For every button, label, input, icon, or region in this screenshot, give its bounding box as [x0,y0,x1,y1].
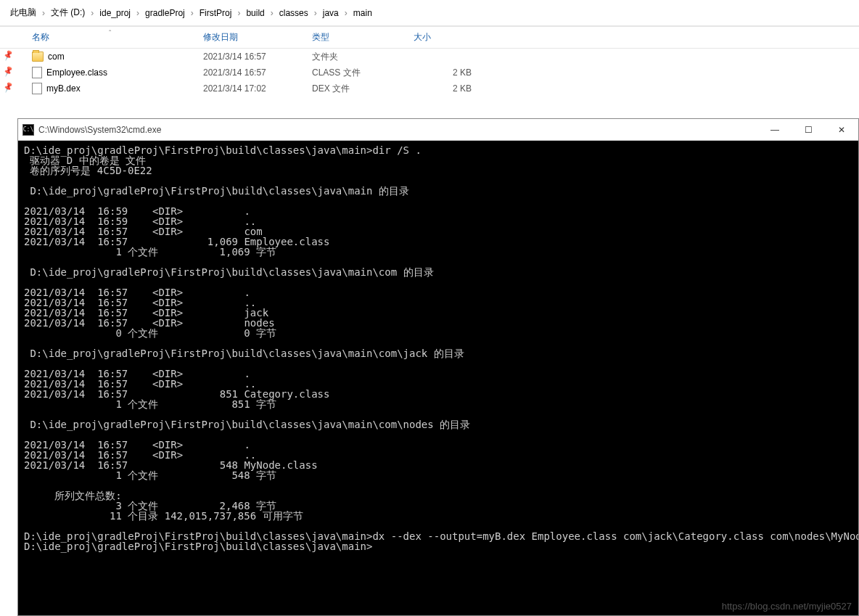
minimize-button[interactable]: — [758,119,792,141]
breadcrumb[interactable]: 此电脑› 文件 (D:)› ide_proj› gradleProj› Firs… [0,0,859,26]
file-name: myB.dex [46,83,81,94]
file-date: 2021/3/14 16:57 [203,52,312,62]
breadcrumb-item[interactable]: build [246,8,264,18]
file-name-cell: com [0,52,203,62]
file-icon [32,67,42,78]
watermark: https://blog.csdn.net/myjie0527 [722,601,852,612]
chevron-right-icon: › [345,8,348,18]
pin-icon[interactable]: 📌 [1,65,12,76]
file-row[interactable]: com 2021/3/14 16:57 文件夹 [0,49,859,65]
breadcrumb-item[interactable]: FirstProj [200,8,232,18]
cmd-text: D:\ide_proj\gradleProj\FirstProj\build\c… [24,145,852,551]
column-size[interactable]: 大小 [414,31,501,44]
chevron-right-icon: › [271,8,274,18]
breadcrumb-item[interactable]: gradleProj [145,8,185,18]
file-type: CLASS 文件 [312,67,414,79]
file-name: Employee.class [46,67,107,78]
file-icon [32,83,42,94]
file-row[interactable]: myB.dex 2021/3/14 17:02 DEX 文件 2 KB [0,81,859,96]
pin-icon[interactable]: 📌 [1,81,12,92]
chevron-right-icon: › [237,8,240,18]
cmd-title: C:\Windows\System32\cmd.exe [38,125,161,135]
maximize-button[interactable]: ☐ [792,119,825,141]
chevron-right-icon: › [136,8,139,18]
file-size: 2 KB [414,67,501,78]
breadcrumb-item[interactable]: 此电脑 [10,7,36,19]
column-name[interactable]: 名称 ˆ [0,31,203,44]
cmd-icon: C:\ [22,124,34,136]
file-date: 2021/3/14 16:57 [203,67,312,78]
file-list: 名称 ˆ 修改日期 类型 大小 com 2021/3/14 16:57 文件夹 … [0,26,859,96]
breadcrumb-item[interactable]: java [323,8,339,18]
close-button[interactable]: ✕ [825,119,858,141]
chevron-right-icon: › [42,8,45,18]
file-name: com [48,52,65,62]
column-type[interactable]: 类型 [312,31,414,44]
chevron-right-icon: › [314,8,317,18]
pin-icon[interactable]: 📌 [1,49,12,60]
cmd-output[interactable]: D:\ide_proj\gradleProj\FirstProj\build\c… [18,141,858,615]
breadcrumb-item[interactable]: 文件 (D:) [51,7,85,19]
file-date: 2021/3/14 17:02 [203,83,312,94]
folder-icon [32,52,44,62]
column-date[interactable]: 修改日期 [203,31,312,44]
quick-access-pins: 📌 📌 📌 [0,44,17,99]
chevron-right-icon: › [191,8,194,18]
breadcrumb-item[interactable]: classes [279,8,308,18]
sort-asc-icon: ˆ [109,30,111,38]
file-list-header: 名称 ˆ 修改日期 类型 大小 [0,27,859,49]
file-row[interactable]: Employee.class 2021/3/14 16:57 CLASS 文件 … [0,65,859,81]
file-name-cell: myB.dex [0,83,203,94]
file-size: 2 KB [414,83,501,94]
cmd-window: C:\ C:\Windows\System32\cmd.exe — ☐ ✕ D:… [17,118,859,616]
chevron-right-icon: › [91,8,94,18]
cmd-titlebar[interactable]: C:\ C:\Windows\System32\cmd.exe — ☐ ✕ [18,119,858,141]
breadcrumb-item[interactable]: ide_proj [99,8,131,18]
breadcrumb-item[interactable]: main [353,8,372,18]
file-type: 文件夹 [312,51,414,63]
column-name-label: 名称 [32,32,49,42]
file-name-cell: Employee.class [0,67,203,78]
file-type: DEX 文件 [312,83,414,95]
